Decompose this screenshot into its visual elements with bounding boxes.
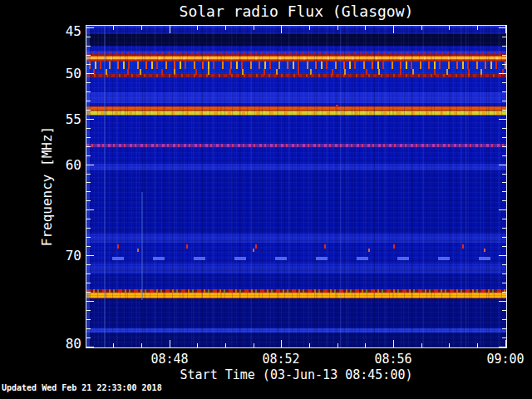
axis-tick xyxy=(477,343,478,347)
y-tick-label: 60 xyxy=(48,157,81,173)
axis-tick xyxy=(502,228,506,229)
y-tick-label: 45 xyxy=(48,23,81,39)
axis-tick xyxy=(141,26,142,30)
axis-tick xyxy=(502,319,506,320)
axis-tick xyxy=(502,264,506,265)
axis-tick xyxy=(86,27,94,28)
axis-tick xyxy=(502,82,506,83)
vertical-noise-streak xyxy=(86,26,90,347)
axis-tick xyxy=(86,273,91,274)
axis-tick xyxy=(502,200,506,201)
axis-tick xyxy=(281,340,282,347)
axis-tick xyxy=(254,343,254,347)
chart-title: Solar radio Flux (Glasgow) xyxy=(86,2,506,20)
axis-tick xyxy=(499,301,506,302)
axis-tick xyxy=(86,264,91,265)
axis-tick xyxy=(86,191,91,192)
vertical-noise-streak xyxy=(340,26,341,347)
rfi-speckles-75mhz xyxy=(86,289,506,293)
x-tick-label: 09:00 xyxy=(476,352,532,367)
x-tick-label: 08:52 xyxy=(252,352,310,367)
axis-tick xyxy=(281,26,282,33)
axis-tick xyxy=(86,165,94,165)
axis-tick xyxy=(365,26,366,30)
axis-tick xyxy=(499,73,506,74)
axis-tick xyxy=(86,119,94,120)
axis-tick xyxy=(393,340,394,347)
axis-tick xyxy=(113,26,114,30)
axis-tick xyxy=(86,319,91,320)
axis-tick xyxy=(502,46,506,47)
axis-tick xyxy=(86,110,91,111)
axis-tick xyxy=(502,328,506,329)
axis-tick xyxy=(502,246,506,247)
axis-tick xyxy=(170,340,170,347)
y-tick-label: 80 xyxy=(48,336,81,352)
axis-tick xyxy=(86,228,91,229)
axis-tick xyxy=(86,174,91,175)
axis-tick xyxy=(86,246,91,247)
axis-tick xyxy=(502,174,506,175)
axis-tick xyxy=(502,292,506,293)
axis-tick xyxy=(499,119,506,120)
axis-tick xyxy=(502,37,506,37)
axis-tick xyxy=(499,165,506,165)
axis-tick xyxy=(502,101,506,101)
axis-tick xyxy=(86,137,91,138)
axis-tick xyxy=(86,200,91,201)
axis-tick xyxy=(86,310,91,311)
axis-tick xyxy=(86,347,94,347)
axis-tick xyxy=(337,343,338,347)
rfi-dashes-70mhz xyxy=(86,257,506,260)
axis-tick xyxy=(449,343,450,347)
rfi-burst-dot xyxy=(336,105,338,107)
axis-tick xyxy=(449,26,450,30)
axis-tick xyxy=(502,182,506,183)
axis-tick xyxy=(393,26,394,33)
rfi-speckles-58mhz xyxy=(86,144,506,147)
axis-tick xyxy=(502,310,506,311)
rfi-speckles-69mhz-b xyxy=(86,249,506,252)
axis-tick xyxy=(86,128,91,129)
axis-tick xyxy=(225,26,226,30)
axis-tick xyxy=(499,27,506,28)
axis-tick xyxy=(365,343,366,347)
axis-tick xyxy=(502,237,506,238)
axis-tick xyxy=(86,37,91,37)
axis-tick xyxy=(309,26,310,30)
axis-tick xyxy=(86,46,91,47)
axis-tick xyxy=(502,91,506,92)
axis-tick xyxy=(86,64,91,65)
axis-tick xyxy=(86,101,91,101)
vertical-noise-streak xyxy=(466,26,466,347)
axis-tick xyxy=(502,283,506,283)
axis-tick xyxy=(337,26,338,30)
vertical-noise-streak xyxy=(141,192,143,300)
axis-tick xyxy=(502,128,506,129)
rfi-speckles-50mhz-upper xyxy=(86,62,506,69)
axis-tick xyxy=(86,146,91,147)
axis-tick xyxy=(86,55,91,56)
plot-area xyxy=(86,25,507,348)
axis-tick xyxy=(86,292,91,293)
axis-tick xyxy=(502,137,506,138)
axis-tick xyxy=(477,26,478,30)
axis-tick xyxy=(502,337,506,338)
axis-tick xyxy=(86,82,91,83)
axis-tick xyxy=(86,255,94,256)
axis-tick xyxy=(86,337,91,338)
axis-tick xyxy=(86,237,91,238)
rfi-speckles-47mhz xyxy=(86,52,506,55)
axis-tick xyxy=(86,155,91,156)
axis-tick xyxy=(197,343,198,347)
y-axis-title: Frequency [MHz] xyxy=(39,126,55,247)
axis-tick xyxy=(502,155,506,156)
axis-tick xyxy=(502,219,506,219)
axis-tick xyxy=(86,209,94,210)
x-tick-label: 08:48 xyxy=(140,352,199,367)
axis-tick xyxy=(86,301,94,302)
x-axis-title: Start Time (03-Jun-13 08:45:00) xyxy=(86,367,506,382)
axis-tick xyxy=(86,91,91,92)
y-tick-label: 55 xyxy=(48,111,81,127)
axis-tick xyxy=(502,55,506,56)
